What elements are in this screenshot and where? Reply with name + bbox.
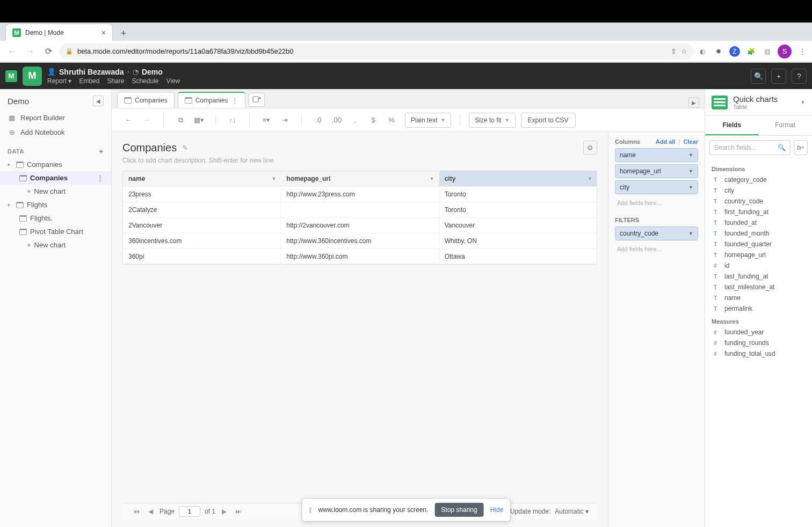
tree-new-chart-2[interactable]: + New chart	[0, 238, 111, 252]
table-row[interactable]: 360incentives.com http://www.360incentiv…	[123, 233, 597, 249]
table-row[interactable]: 2Vancouver http://2vancouver.com Vancouv…	[123, 218, 597, 233]
col-header-url[interactable]: homepage_url▼	[281, 171, 439, 186]
clear-link[interactable]: Clear	[683, 138, 698, 145]
forward-button[interactable]: →	[23, 44, 38, 59]
tree-new-chart[interactable]: + New chart	[0, 185, 111, 198]
page-input[interactable]	[179, 506, 200, 517]
redo-button[interactable]: →	[139, 113, 155, 128]
tab-fields[interactable]: Fields	[705, 116, 759, 135]
search-fields-input[interactable]: Search fields... 🔍	[709, 140, 791, 155]
add-all-link[interactable]: Add all	[656, 138, 676, 145]
viz-tab-companies-2[interactable]: Companies ⋮	[178, 92, 246, 108]
close-icon[interactable]: ×	[102, 28, 106, 37]
table-row[interactable]: 360pi http://www.360pi.com Ottawa	[123, 249, 597, 264]
breadcrumb-user[interactable]: Shruthi Bezawada	[59, 68, 124, 76]
first-page-button[interactable]: ⏮	[131, 508, 142, 515]
browser-tab[interactable]: M Demo | Mode ×	[5, 24, 113, 41]
tab-format[interactable]: Format	[759, 116, 813, 135]
menu-schedule[interactable]: Schedule	[132, 77, 158, 85]
reload-button[interactable]: ⟳	[41, 44, 56, 59]
chart-title[interactable]: Companies	[122, 142, 177, 154]
export-csv-button[interactable]: Export to CSV	[521, 113, 576, 128]
copy-icon[interactable]: ⧉	[172, 113, 189, 128]
panel-icon[interactable]: ▤	[762, 46, 772, 57]
field-item[interactable]: #id	[712, 260, 806, 271]
field-item[interactable]: #founded_year	[712, 327, 806, 338]
field-item[interactable]: Tfounded_month	[712, 228, 806, 239]
align-icon[interactable]: ≡▾	[258, 113, 274, 128]
hide-banner-button[interactable]: Hide	[490, 506, 504, 514]
field-item[interactable]: Tcountry_code	[712, 196, 806, 207]
menu-share[interactable]: Share	[107, 77, 124, 85]
menu-report[interactable]: Report ▾	[47, 77, 71, 85]
extension-icon[interactable]: ✺	[713, 46, 724, 57]
update-mode-dropdown[interactable]: Automatic ▾	[555, 508, 589, 515]
tree-flights-viz[interactable]: Flights.	[0, 211, 111, 225]
back-button[interactable]: ←	[4, 44, 19, 59]
field-item[interactable]: Tfirst_funding_at	[712, 207, 806, 217]
wrap-icon[interactable]: ⇥	[277, 113, 293, 128]
viz-tab-companies-1[interactable]: Companies	[117, 92, 175, 108]
columns-dropzone[interactable]: Add fields here...	[615, 196, 698, 209]
last-page-button[interactable]: ⏭	[233, 508, 244, 515]
new-tab-button[interactable]: +	[116, 26, 131, 41]
format-dropdown[interactable]: Plain text▼	[405, 113, 451, 128]
field-item[interactable]: Tlast_milestone_at	[712, 282, 806, 292]
url-field[interactable]: 🔒 beta.mode.com/editor/mode/reports/11a0…	[59, 43, 694, 60]
profile-avatar[interactable]: S	[778, 45, 792, 58]
column-pill-city[interactable]: city▼	[615, 180, 698, 194]
menu-embed[interactable]: Embed	[79, 77, 99, 85]
table-row[interactable]: 2Catalyze Toronto	[123, 202, 597, 218]
sidebar-add-notebook[interactable]: ⊕ Add Notebook	[0, 125, 111, 140]
quick-charts-header[interactable]: Quick charts Table ▼	[705, 89, 812, 116]
field-item[interactable]: #funding_rounds	[712, 338, 806, 348]
star-icon[interactable]: ☆	[681, 47, 687, 55]
tree-companies-viz[interactable]: Companies ⋮	[0, 171, 111, 185]
prev-page-button[interactable]: ◀	[146, 508, 155, 515]
add-viz-button[interactable]	[249, 93, 265, 107]
table-row[interactable]: 23press http://www.23press.com Toronto	[123, 187, 597, 202]
next-page-button[interactable]: ▶	[220, 508, 229, 515]
add-data-button[interactable]: +	[99, 147, 104, 156]
column-pill-homepage[interactable]: homepage_url▼	[615, 164, 698, 178]
layout-icon[interactable]: ▦▾	[191, 113, 207, 128]
expand-right-button[interactable]: ▶	[688, 97, 699, 108]
column-pill-name[interactable]: name▼	[615, 148, 698, 162]
chart-settings-icon[interactable]: ⚙	[583, 141, 597, 155]
sidebar-report-builder[interactable]: ▦ Report Builder	[0, 111, 111, 125]
field-item[interactable]: Tcategory_code	[712, 174, 806, 185]
col-header-name[interactable]: name▼	[123, 171, 281, 186]
undo-button[interactable]: ←	[120, 113, 136, 128]
tree-pivot[interactable]: Pivot Table Chart	[0, 225, 111, 238]
tree-companies[interactable]: ▾ Companies	[0, 158, 111, 171]
search-icon[interactable]: 🔍	[751, 69, 766, 84]
formula-button[interactable]: fx+	[794, 140, 808, 155]
field-item[interactable]: Tlast_funding_at	[712, 271, 806, 282]
new-icon[interactable]: +	[771, 69, 786, 84]
menu-icon[interactable]: ⋮	[797, 46, 808, 57]
tab-more-icon[interactable]: ⋮	[231, 96, 238, 105]
chart-description[interactable]: Click to add chart description. Shift-en…	[122, 157, 597, 164]
edit-title-icon[interactable]: ✎	[182, 144, 188, 152]
field-item[interactable]: Tname	[712, 292, 806, 303]
tree-flights[interactable]: ▾ Flights	[0, 198, 111, 211]
field-item[interactable]: #funding_total_usd	[712, 348, 806, 359]
share-url-icon[interactable]: ⇧	[671, 47, 677, 55]
col-header-city[interactable]: city▼	[439, 171, 597, 186]
menu-view[interactable]: View	[166, 77, 180, 85]
stop-sharing-button[interactable]: Stop sharing	[434, 503, 483, 517]
sort-icon[interactable]: ↑↓	[224, 113, 241, 128]
extension-icon[interactable]: Z	[729, 46, 740, 57]
help-icon[interactable]: ?	[792, 69, 807, 84]
filters-dropzone[interactable]: Add fields here...	[615, 243, 698, 255]
breadcrumb-report[interactable]: Demo	[142, 68, 163, 76]
filter-pill-country[interactable]: country_code▼	[615, 226, 698, 240]
field-item[interactable]: Tpermalink	[712, 303, 806, 314]
size-dropdown[interactable]: Size to fit▼	[469, 113, 515, 128]
more-icon[interactable]: ⋮	[97, 174, 104, 182]
extensions-menu-icon[interactable]: 🧩	[745, 46, 756, 57]
field-item[interactable]: Thomepage_url	[712, 250, 806, 260]
field-item[interactable]: Tcity	[712, 185, 806, 196]
collapse-sidebar-button[interactable]: ◀	[93, 96, 104, 106]
field-item[interactable]: Tfounded_at	[712, 217, 806, 228]
